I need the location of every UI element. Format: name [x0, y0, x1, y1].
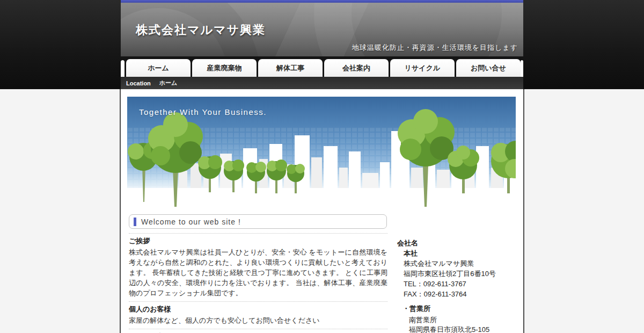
head-office-block: 本社 株式会社マルマサ興業 福岡市東区社領2丁目6番10号 TEL：092-61… [404, 248, 522, 299]
tab-strip-right-cap [521, 60, 523, 77]
nav-tab-home[interactable]: ホーム [126, 59, 191, 77]
hero-slogan: Together With Your Business. [139, 107, 267, 117]
sidebar-company-heading: 会社名 [397, 238, 522, 248]
location-bar: Location ホーム [121, 77, 523, 89]
head-office-label: 本社 [404, 248, 522, 258]
dotted-divider [129, 301, 387, 302]
branch-block: 南営業所 福岡県春日市須玖北5-105 [409, 315, 522, 333]
nav-tab-demolition[interactable]: 解体工事 [258, 59, 323, 77]
dotted-divider [129, 329, 387, 329]
section-body-individual: 家屋の解体など、個人の方でも安心してお問い合せください [129, 315, 387, 325]
site-container: 株式会社マルマサ興業 地球温暖化防止・再資源・生活環境を目指します ホーム 産業… [121, 0, 523, 333]
location-label: Location [126, 80, 151, 86]
section-body-greeting: 株式会社マルマサ興業は社員一人ひとりが、安全・安心 をモットーに自然環境を考えな… [129, 247, 387, 298]
welcome-accent-bar [134, 218, 136, 226]
site-header: 株式会社マルマサ興業 地球温暖化防止・再資源・生活環境を目指します [121, 3, 523, 56]
nav-tab-industrial-waste[interactable]: 産業廃棄物 [192, 59, 257, 77]
breadcrumb-home[interactable]: ホーム [159, 79, 178, 87]
company-info-sidebar: 会社名 本社 株式会社マルマサ興業 福岡市東区社領2丁目6番10号 TEL：09… [397, 238, 522, 333]
site-tagline: 地球温暖化防止・再資源・生活環境を目指します [352, 43, 518, 53]
nav-tab-list: ホーム 産業廃棄物 解体工事 会社案内 リサイクル お問い合せ [126, 59, 521, 77]
head-office-tel: TEL：092-611-3767 [404, 279, 522, 289]
branch-address: 福岡県春日市須玖北5-105 [409, 325, 522, 333]
tab-strip-left-cap [121, 60, 125, 77]
section-heading-individual: 個人のお客様 [129, 305, 387, 314]
branch-name: 南営業所 [409, 315, 522, 325]
dotted-divider [129, 233, 387, 234]
main-content: Together With Your Business. Welcome to … [121, 89, 523, 333]
welcome-message: Welcome to our web site ! [141, 218, 241, 226]
nav-tab-company-info[interactable]: 会社案内 [324, 59, 389, 77]
head-office-name: 株式会社マルマサ興業 [404, 258, 522, 269]
head-office-address: 福岡市東区社領2丁目6番10号 [404, 269, 522, 279]
nav-tab-contact[interactable]: お問い合せ [456, 59, 521, 77]
welcome-banner: Welcome to our web site ! [129, 214, 387, 229]
section-heading-greeting: ご挨拶 [129, 237, 387, 245]
main-navigation: ホーム 産業廃棄物 解体工事 会社案内 リサイクル お問い合せ [121, 56, 523, 77]
content-column: ご挨拶 株式会社マルマサ興業は社員一人ひとりが、安全・安心 をモットーに自然環境… [129, 233, 387, 333]
page-background: 株式会社マルマサ興業 地球温暖化防止・再資源・生活環境を目指します ホーム 産業… [0, 0, 644, 333]
head-office-fax: FAX：092-611-3764 [404, 289, 522, 299]
branch-heading: ・営業所 [402, 303, 522, 314]
nav-tab-recycle[interactable]: リサイクル [390, 59, 455, 77]
site-title[interactable]: 株式会社マルマサ興業 [136, 22, 266, 38]
hero-image: Together With Your Business. [127, 97, 516, 207]
